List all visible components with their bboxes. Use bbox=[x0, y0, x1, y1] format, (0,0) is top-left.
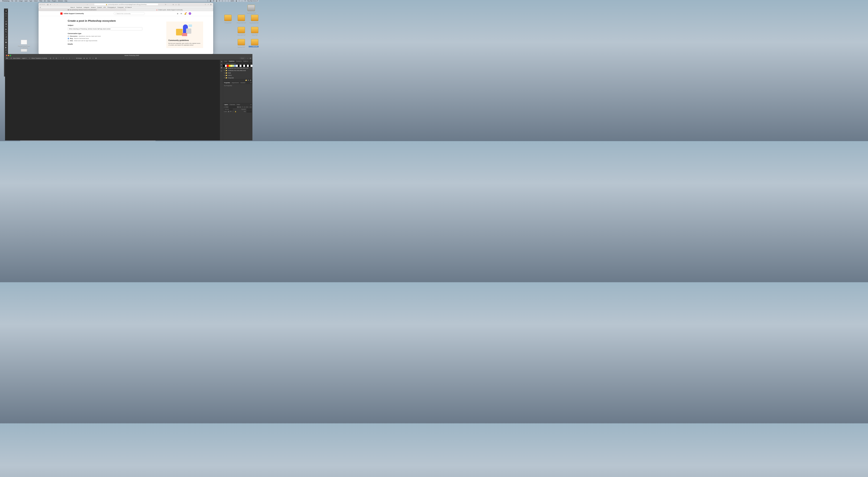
tab-layers[interactable]: Layers bbox=[224, 104, 228, 105]
eyedropper-tool[interactable]: ✎ bbox=[4, 25, 8, 28]
fav-atk[interactable]: ATK bbox=[103, 7, 106, 8]
3d-slide-icon[interactable]: ⇔ bbox=[92, 58, 94, 59]
tab-adjustments[interactable]: Adjustments bbox=[231, 82, 239, 84]
swatch-folder[interactable]: ▸📁Swatches from DGs-iMac.local bbox=[223, 69, 252, 72]
swatch[interactable] bbox=[242, 65, 243, 67]
swatch[interactable] bbox=[243, 65, 245, 67]
spine-history-icon[interactable]: ⊞ bbox=[221, 67, 222, 69]
circle-icon[interactable]: C bbox=[222, 0, 223, 2]
share-button[interactable]: ⇧ bbox=[204, 3, 207, 5]
downloads-button[interactable]: ⤓ bbox=[175, 3, 177, 5]
distribute-mid-icon[interactable]: ⊢ bbox=[63, 58, 65, 59]
privacy-button[interactable]: ⊘ bbox=[172, 3, 175, 5]
subject-input[interactable]: When returning to Photoshop, window move… bbox=[68, 27, 142, 30]
spotlight-icon[interactable]: ⌕ bbox=[241, 0, 243, 2]
menu-type[interactable]: Type bbox=[29, 0, 32, 2]
favorites-menu[interactable]: ▤ bbox=[39, 7, 41, 8]
fav-amazon[interactable]: Amazon bbox=[91, 7, 96, 8]
traffic-minimize[interactable] bbox=[41, 4, 43, 5]
menu-app[interactable]: Photoshop bbox=[2, 0, 9, 2]
delete-icon[interactable]: 🗑 bbox=[250, 80, 251, 81]
swatch-folder[interactable]: ▸📁Grayscale bbox=[223, 76, 252, 79]
opacity-input[interactable] bbox=[247, 108, 252, 110]
wifi-icon[interactable]: ⌇ bbox=[238, 0, 240, 2]
traffic-close[interactable] bbox=[39, 4, 41, 5]
control-center-icon[interactable]: ⠿ bbox=[244, 0, 246, 2]
battery-percent[interactable]: 100% bbox=[230, 0, 234, 2]
user-avatar[interactable] bbox=[189, 12, 191, 15]
mail-icon[interactable]: ✉ bbox=[181, 13, 182, 14]
sidebar-chevron[interactable]: ▾ bbox=[50, 3, 52, 5]
spine-expand[interactable]: ◂◂ bbox=[221, 61, 222, 62]
search-swatches-input[interactable]: ⌕ Search Swatches bbox=[223, 63, 252, 65]
traffic-close[interactable] bbox=[6, 55, 7, 56]
forward-button[interactable]: › bbox=[56, 3, 59, 5]
history-brush-tool[interactable]: ↺ bbox=[4, 36, 8, 38]
fav-news[interactable]: News ▾ bbox=[70, 7, 75, 8]
menu-window[interactable]: Window bbox=[58, 0, 63, 2]
filter-select[interactable] bbox=[229, 106, 237, 108]
fav-freespoke[interactable]: Freespoke bbox=[118, 7, 124, 8]
dropbox-icon[interactable]: ⇪ bbox=[207, 0, 209, 2]
3d-roll-icon[interactable]: ◐ bbox=[86, 58, 88, 59]
bluetooth-icon[interactable]: ᛒ bbox=[227, 0, 229, 2]
transform-checkbox[interactable]: ☐ bbox=[29, 58, 30, 59]
swatch-folder[interactable]: ▸📁CMYK bbox=[223, 74, 252, 76]
align-center-icon[interactable]: ⊟ bbox=[53, 58, 54, 59]
drive-work-bu-hd[interactable]: Work BU HD bbox=[235, 27, 247, 35]
swatch[interactable] bbox=[232, 65, 234, 67]
lock-art-icon[interactable]: ⬚ bbox=[232, 111, 234, 112]
menu-image[interactable]: Image bbox=[19, 0, 23, 2]
tab-adobe-community[interactable]: ▲ Create a post - Adobe Support Communit… bbox=[126, 8, 213, 11]
drive-photos-hd[interactable]: Photos HD bbox=[222, 15, 234, 23]
drive-photos-bu-hd[interactable]: Photos BU HD bbox=[235, 15, 247, 23]
display-icon[interactable]: □ bbox=[225, 0, 226, 2]
distribute-top-icon[interactable]: ⊤ bbox=[60, 58, 62, 59]
fav-photography[interactable]: Photography ▾ bbox=[107, 7, 116, 8]
adobe-logo[interactable]: Adobe Support Community bbox=[60, 12, 84, 14]
healing-brush-tool[interactable]: ◍ bbox=[4, 28, 8, 31]
workspace-icon[interactable]: ▤ bbox=[250, 58, 251, 59]
swatch[interactable] bbox=[240, 65, 242, 67]
swatch[interactable] bbox=[225, 65, 227, 67]
menu-file[interactable]: File bbox=[11, 0, 13, 2]
search-icon[interactable]: ⌕ bbox=[247, 58, 248, 59]
eraser-tool[interactable]: ◫ bbox=[4, 38, 8, 41]
drive-backup-hd[interactable]: Backup HD bbox=[235, 39, 247, 47]
traffic-zoom[interactable] bbox=[43, 4, 44, 5]
sync-icon[interactable]: ⟳ bbox=[219, 0, 220, 2]
traffic-minimize[interactable] bbox=[8, 55, 9, 56]
cc-icon[interactable]: ◉ bbox=[216, 0, 217, 2]
swatch[interactable] bbox=[238, 65, 240, 67]
swatch[interactable] bbox=[229, 65, 230, 67]
menu-3d[interactable]: 3D bbox=[44, 0, 45, 2]
filter-adj-icon[interactable]: ◐ bbox=[239, 106, 241, 108]
url-bar[interactable]: 🔒 community.adobe.com/t5/forums/postpage… bbox=[94, 3, 158, 5]
photoshop-titlebar[interactable]: Adobe Photoshop 2023 bbox=[5, 54, 252, 57]
reload-button[interactable]: ↻ bbox=[164, 3, 167, 5]
tab-patterns[interactable]: Patterns bbox=[243, 60, 248, 62]
move-tool[interactable]: ✥ bbox=[4, 10, 8, 12]
date-time[interactable]: Thu Feb 9 3:11 P bbox=[247, 0, 258, 2]
3d-zoom-icon[interactable]: ▣ bbox=[95, 58, 97, 59]
stamp-tool[interactable]: ⊥ bbox=[4, 33, 8, 36]
tab-channels[interactable]: Channels bbox=[230, 104, 235, 105]
new-tab-button[interactable]: ＋ bbox=[207, 3, 209, 5]
pen-tool[interactable]: ✒ bbox=[4, 49, 8, 52]
fav-facebook[interactable]: Facebook bbox=[76, 7, 82, 8]
swatch-folder[interactable]: ▸📁Swatches from DGs-Mac-Mini.local bbox=[223, 67, 252, 69]
drive-work-hd[interactable]: Work HD bbox=[249, 27, 259, 35]
fav-instagram[interactable]: Instagram bbox=[84, 7, 89, 8]
marquee-tool[interactable]: ▭ bbox=[4, 12, 8, 15]
filter-shape-icon[interactable]: ▭ bbox=[244, 106, 245, 108]
swatch[interactable] bbox=[249, 65, 251, 67]
tab-properties[interactable]: Properties bbox=[224, 82, 230, 84]
swatch[interactable] bbox=[223, 65, 225, 67]
type-tool[interactable]: T bbox=[4, 52, 8, 54]
bell-icon[interactable]: 🔔 bbox=[184, 13, 186, 14]
menu-view[interactable]: View bbox=[47, 0, 50, 2]
fill-input[interactable] bbox=[247, 111, 252, 113]
filter-smart-icon[interactable]: ◫ bbox=[246, 106, 248, 108]
align-right-icon[interactable]: ▤ bbox=[56, 58, 57, 59]
more-align-icon[interactable]: ⋯ bbox=[72, 58, 73, 59]
